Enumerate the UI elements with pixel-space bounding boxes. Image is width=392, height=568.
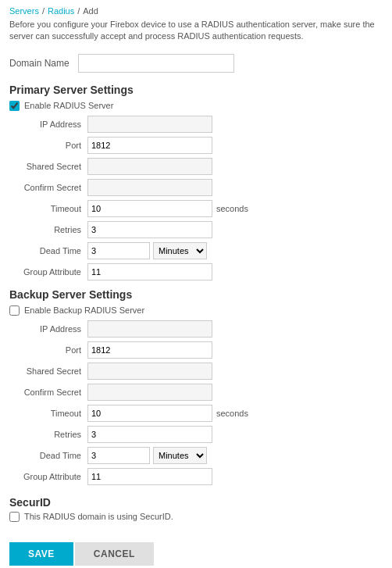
primary-port-row: Port [9, 137, 383, 154]
backup-enable-row: Enable Backup RADIUS Server [0, 304, 392, 320]
securid-section: SecurID This RADIUS domain is using Secu… [0, 490, 392, 525]
domain-name-label: Domain Name [9, 58, 72, 69]
primary-confirm-secret-row: Confirm Secret [9, 179, 383, 196]
breadcrumb: Servers / Radius / Add [0, 0, 392, 19]
primary-server-title: Primary Server Settings [0, 80, 392, 99]
primary-shared-secret-input[interactable] [87, 158, 212, 175]
breadcrumb-sep1: / [42, 6, 45, 16]
primary-group-attr-input[interactable] [87, 263, 212, 280]
backup-enable-label: Enable Backup RADIUS Server [24, 305, 144, 315]
primary-timeout-label: Timeout [9, 204, 87, 213]
primary-timeout-input[interactable] [87, 200, 212, 217]
primary-confirm-secret-input[interactable] [87, 179, 212, 196]
primary-retries-row: Retries [9, 221, 383, 238]
backup-confirm-secret-input[interactable] [87, 384, 212, 401]
backup-port-input[interactable] [87, 341, 212, 359]
backup-confirm-secret-label: Confirm Secret [9, 388, 87, 397]
backup-retries-input[interactable] [87, 426, 212, 443]
backup-confirm-secret-row: Confirm Secret [9, 384, 383, 401]
primary-server-section: Primary Server Settings Enable RADIUS Se… [0, 80, 392, 280]
backup-group-attr-row: Group Attribute [9, 468, 383, 485]
backup-retries-label: Retries [9, 430, 87, 439]
backup-dead-time-input[interactable] [87, 447, 150, 464]
primary-dead-time-row: Dead Time Minutes Hours Seconds [9, 242, 383, 259]
primary-confirm-secret-label: Confirm Secret [9, 183, 87, 192]
primary-form: IP Address Port Shared Secret Confirm Se… [0, 116, 392, 280]
backup-group-attr-label: Group Attribute [9, 472, 87, 481]
backup-port-label: Port [9, 345, 87, 355]
breadcrumb-radius[interactable]: Radius [48, 6, 74, 16]
backup-ip-input[interactable] [87, 320, 212, 338]
primary-retries-input[interactable] [87, 221, 212, 238]
breadcrumb-sep2: / [77, 6, 80, 16]
backup-dead-time-select[interactable]: Minutes Hours Seconds [153, 447, 207, 464]
securid-label: This RADIUS domain is using SecurID. [24, 512, 173, 521]
backup-timeout-unit: seconds [216, 409, 248, 418]
domain-name-input[interactable] [78, 54, 234, 73]
primary-dead-time-wrap: Minutes Hours Seconds [87, 242, 207, 259]
domain-name-row: Domain Name [0, 51, 392, 80]
footer-buttons: SAVE CANCEL [0, 533, 392, 568]
primary-enable-row: Enable RADIUS Server [0, 99, 392, 116]
backup-shared-secret-input[interactable] [87, 363, 212, 380]
primary-ip-input[interactable] [87, 116, 212, 133]
breadcrumb-servers[interactable]: Servers [9, 6, 39, 16]
primary-port-input[interactable] [87, 137, 212, 154]
primary-dead-time-label: Dead Time [9, 246, 87, 255]
backup-ip-label: IP Address [9, 324, 87, 334]
backup-port-row: Port [9, 341, 383, 359]
primary-port-label: Port [9, 141, 87, 150]
backup-server-title: Backup Server Settings [0, 285, 392, 304]
backup-shared-secret-label: Shared Secret [9, 366, 87, 376]
primary-ip-row: IP Address [9, 116, 383, 133]
backup-timeout-label: Timeout [9, 409, 87, 418]
primary-ip-label: IP Address [9, 120, 87, 129]
intro-text: Before you configure your Firebox device… [0, 19, 392, 51]
primary-shared-secret-label: Shared Secret [9, 162, 87, 171]
backup-dead-time-label: Dead Time [9, 451, 87, 460]
backup-ip-row: IP Address [9, 320, 383, 338]
primary-dead-time-select[interactable]: Minutes Hours Seconds [153, 242, 207, 259]
securid-checkbox-row: This RADIUS domain is using SecurID. [9, 512, 383, 522]
backup-shared-secret-row: Shared Secret [9, 363, 383, 380]
primary-group-attr-row: Group Attribute [9, 263, 383, 280]
backup-dead-time-wrap: Minutes Hours Seconds [87, 447, 207, 464]
backup-timeout-input[interactable] [87, 405, 212, 422]
primary-dead-time-input[interactable] [87, 242, 150, 259]
backup-group-attr-input[interactable] [87, 468, 212, 485]
backup-server-section: Backup Server Settings Enable Backup RAD… [0, 285, 392, 485]
backup-dead-time-row: Dead Time Minutes Hours Seconds [9, 447, 383, 464]
breadcrumb-add: Add [83, 6, 98, 16]
primary-timeout-row: Timeout seconds [9, 200, 383, 217]
backup-enable-checkbox[interactable] [9, 305, 20, 316]
securid-checkbox[interactable] [9, 512, 20, 522]
primary-enable-label: Enable RADIUS Server [24, 101, 113, 110]
cancel-button[interactable]: CANCEL [75, 542, 154, 566]
save-button[interactable]: SAVE [9, 542, 73, 566]
primary-timeout-unit: seconds [216, 204, 248, 213]
backup-timeout-row: Timeout seconds [9, 405, 383, 422]
securid-title: SecurID [9, 496, 383, 512]
primary-enable-checkbox[interactable] [9, 101, 20, 111]
primary-retries-label: Retries [9, 225, 87, 234]
primary-group-attr-label: Group Attribute [9, 267, 87, 277]
primary-shared-secret-row: Shared Secret [9, 158, 383, 175]
backup-form: IP Address Port Shared Secret Confirm Se… [0, 320, 392, 485]
backup-retries-row: Retries [9, 426, 383, 443]
